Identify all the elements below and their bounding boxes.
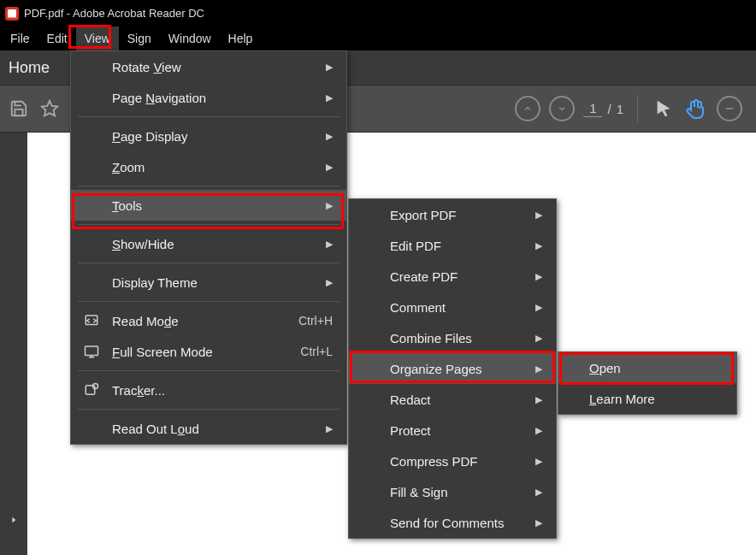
hand-tool-icon[interactable] xyxy=(684,97,708,121)
chevron-right-icon: ▶ xyxy=(518,425,542,436)
menu-page-navigation[interactable]: Page Navigation ▶ xyxy=(71,82,346,113)
chevron-right-icon: ▶ xyxy=(518,517,542,528)
menu-tracker[interactable]: Tracker... xyxy=(71,375,346,405)
chevron-right-icon: ▶ xyxy=(309,277,333,288)
page-indicator: 1 / 1 xyxy=(583,101,623,117)
page-down-button[interactable] xyxy=(549,96,575,121)
chevron-right-icon: ▶ xyxy=(309,239,333,250)
submenu-edit-pdf[interactable]: Edit PDF ▶ xyxy=(349,230,556,261)
chevron-right-icon: ▶ xyxy=(518,394,542,405)
star-icon[interactable] xyxy=(38,97,62,121)
chevron-right-icon: ▶ xyxy=(518,487,542,498)
view-dropdown-menu: Rotate View ▶ Page Navigation ▶ Page Dis… xyxy=(70,50,347,445)
shortcut-label: Ctrl+H xyxy=(281,314,333,328)
submenu-create-pdf[interactable]: Create PDF ▶ xyxy=(349,261,556,292)
chevron-right-icon: ▶ xyxy=(518,210,542,221)
submenu-open[interactable]: Open xyxy=(558,352,736,383)
menu-read-out-loud[interactable]: Read Out Loud ▶ xyxy=(71,413,346,444)
chevron-right-icon: ▶ xyxy=(309,62,333,73)
chevron-right-icon: ▶ xyxy=(518,240,542,251)
tools-submenu: Export PDF ▶ Edit PDF ▶ Create PDF ▶ Com… xyxy=(348,198,557,539)
chevron-right-icon: ▶ xyxy=(518,333,542,344)
submenu-comment[interactable]: Comment ▶ xyxy=(349,292,556,322)
menu-file[interactable]: File xyxy=(2,27,38,50)
menu-show-hide[interactable]: Show/Hide ▶ xyxy=(71,228,346,259)
chevron-right-icon: ▶ xyxy=(518,302,542,313)
menu-edit[interactable]: Edit xyxy=(38,27,76,50)
menu-separator xyxy=(78,116,340,117)
menu-separator xyxy=(78,224,340,225)
chevron-right-icon: ▶ xyxy=(309,92,333,103)
menu-rotate-view[interactable]: Rotate View ▶ xyxy=(71,51,346,82)
menu-separator xyxy=(78,186,340,186)
save-icon[interactable] xyxy=(7,97,31,121)
read-mode-icon xyxy=(83,312,100,329)
chevron-right-icon: ▶ xyxy=(309,423,333,434)
submenu-export-pdf[interactable]: Export PDF ▶ xyxy=(349,199,556,230)
submenu-protect[interactable]: Protect ▶ xyxy=(349,415,556,446)
menu-page-display[interactable]: Page Display ▶ xyxy=(71,121,346,151)
chevron-right-icon: ▶ xyxy=(518,271,542,282)
page-total: 1 xyxy=(617,102,623,116)
menu-window[interactable]: Window xyxy=(160,27,220,50)
submenu-compress-pdf[interactable]: Compress PDF ▶ xyxy=(349,446,556,476)
svg-rect-4 xyxy=(86,346,98,356)
select-tool-icon[interactable] xyxy=(652,97,676,121)
title-bar: PDF.pdf - Adobe Acrobat Reader DC xyxy=(0,0,756,27)
page-current-input[interactable]: 1 xyxy=(583,101,602,117)
window-title: PDF.pdf - Adobe Acrobat Reader DC xyxy=(24,7,204,20)
menu-separator xyxy=(78,263,340,263)
submenu-organize-pages[interactable]: Organize Pages ▶ xyxy=(349,353,556,384)
zoom-out-button[interactable] xyxy=(717,96,742,121)
tracker-icon xyxy=(83,381,100,399)
menu-separator xyxy=(78,409,340,410)
menu-separator xyxy=(78,301,340,302)
chevron-right-icon: ▶ xyxy=(309,131,333,142)
organize-pages-submenu: Open Learn More xyxy=(558,351,737,415)
separator xyxy=(637,95,638,122)
menu-separator xyxy=(78,370,340,371)
shortcut-label: Ctrl+L xyxy=(283,345,333,358)
submenu-redact[interactable]: Redact ▶ xyxy=(349,384,556,415)
menu-read-mode[interactable]: Read Mode Ctrl+H xyxy=(71,305,346,336)
menu-display-theme[interactable]: Display Theme ▶ xyxy=(71,267,346,298)
svg-marker-0 xyxy=(42,101,57,115)
side-panel-strip xyxy=(0,133,27,555)
menu-full-screen[interactable]: Full Screen Mode Ctrl+L xyxy=(71,336,346,367)
svg-marker-2 xyxy=(12,517,15,523)
submenu-send-comments[interactable]: Send for Comments ▶ xyxy=(349,507,556,538)
chevron-right-icon: ▶ xyxy=(309,162,333,173)
menu-tools[interactable]: Tools ▶ xyxy=(71,190,346,221)
submenu-learn-more[interactable]: Learn More xyxy=(558,383,736,414)
menu-sign[interactable]: Sign xyxy=(119,27,160,50)
chevron-right-icon: ▶ xyxy=(309,200,333,211)
tab-home[interactable]: Home xyxy=(9,59,50,77)
chevron-right-icon: ▶ xyxy=(518,363,542,375)
menu-view[interactable]: View xyxy=(76,27,119,50)
submenu-fill-sign[interactable]: Fill & Sign ▶ xyxy=(349,476,556,507)
full-screen-icon xyxy=(83,343,100,360)
submenu-combine-files[interactable]: Combine Files ▶ xyxy=(349,322,556,353)
menu-help[interactable]: Help xyxy=(220,27,262,50)
menu-zoom[interactable]: Zoom ▶ xyxy=(71,151,346,182)
acrobat-icon xyxy=(5,7,19,21)
menu-bar: File Edit View Sign Window Help xyxy=(0,27,756,50)
page-up-button[interactable] xyxy=(515,96,540,121)
chevron-right-icon: ▶ xyxy=(518,456,542,467)
expand-side-panel-icon[interactable] xyxy=(9,514,18,529)
